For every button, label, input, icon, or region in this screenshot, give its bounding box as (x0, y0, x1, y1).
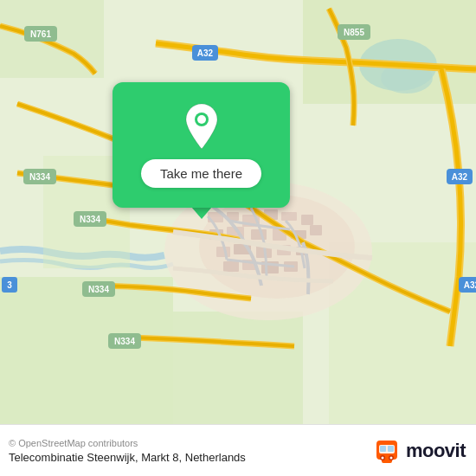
svg-text:A32: A32 (197, 48, 214, 58)
popup-arrow (191, 207, 212, 219)
map-container: N761 N855 A32 A32 A32 N334 N334 N334 N33… (0, 0, 476, 424)
svg-rect-4 (303, 0, 476, 104)
copyright-text: © OpenStreetMap contributors (9, 438, 246, 448)
svg-rect-19 (251, 229, 267, 240)
take-me-there-button[interactable]: Take me there (141, 159, 261, 188)
svg-rect-6 (173, 312, 303, 424)
svg-rect-22 (310, 225, 322, 235)
svg-point-56 (381, 456, 383, 459)
svg-rect-16 (301, 215, 313, 225)
svg-text:N334: N334 (29, 172, 50, 182)
svg-point-53 (197, 115, 206, 124)
svg-text:A32: A32 (452, 172, 468, 182)
svg-text:A32: A32 (464, 280, 476, 290)
svg-rect-60 (388, 446, 394, 452)
location-text: Telecombinatie Steenwijk, Markt 8, Nethe… (9, 451, 246, 464)
svg-text:N334: N334 (88, 285, 109, 294)
svg-text:N334: N334 (114, 337, 135, 346)
moovit-brand-text: moovit (406, 440, 466, 462)
svg-rect-28 (223, 261, 239, 272)
svg-text:N334: N334 (80, 215, 100, 224)
location-pin-icon (182, 102, 222, 151)
svg-text:N855: N855 (344, 28, 364, 37)
svg-text:N761: N761 (30, 29, 51, 39)
svg-text:3: 3 (7, 280, 12, 290)
svg-rect-5 (0, 277, 173, 424)
svg-point-58 (389, 456, 392, 459)
svg-rect-59 (380, 446, 386, 452)
popup-container: Take me there (113, 82, 290, 219)
bottom-bar: © OpenStreetMap contributors Telecombina… (0, 424, 476, 476)
moovit-icon (373, 437, 401, 465)
popup-box: Take me there (113, 82, 290, 208)
bottom-info: © OpenStreetMap contributors Telecombina… (9, 438, 246, 464)
moovit-logo: moovit (373, 437, 466, 465)
